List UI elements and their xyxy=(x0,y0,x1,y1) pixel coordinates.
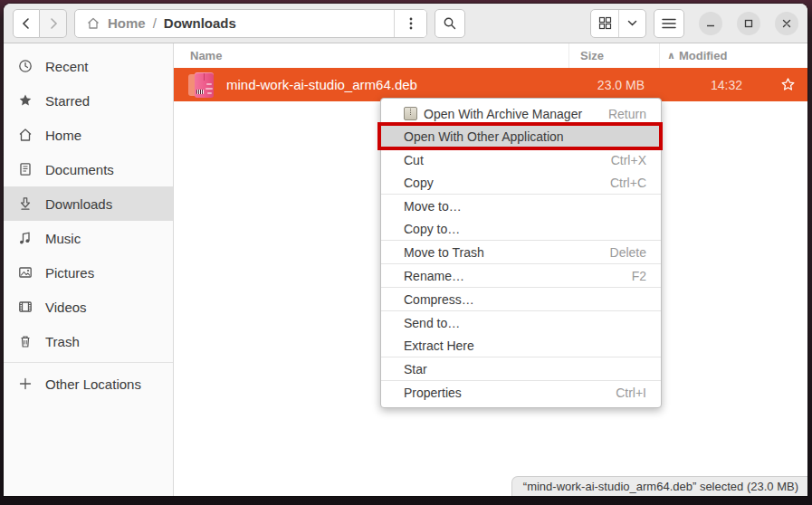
column-header-star xyxy=(768,43,807,68)
sidebar-item-pictures[interactable]: Pictures xyxy=(4,255,173,290)
menu-item-accel: Return xyxy=(608,107,646,121)
menu-item-label: Move to… xyxy=(404,199,646,214)
menu-item-copy[interactable]: Copy Ctrl+C xyxy=(381,171,661,194)
grid-view-button[interactable] xyxy=(591,10,618,37)
menu-item-label: Send to… xyxy=(404,316,646,330)
sidebar-item-other-locations[interactable]: Other Locations xyxy=(4,367,173,401)
menu-item-star[interactable]: Star xyxy=(381,357,661,380)
sidebar-item-label: Music xyxy=(45,231,81,246)
star-icon xyxy=(18,93,33,108)
sidebar-item-label: Trash xyxy=(45,334,80,349)
menu-item-move-to-trash[interactable]: Move to Trash Delete xyxy=(381,241,661,263)
sidebar-item-label: Recent xyxy=(45,59,89,74)
menu-item-label: Cut xyxy=(404,153,611,167)
sidebar-separator xyxy=(4,362,173,363)
plus-icon xyxy=(18,376,33,391)
menu-item-move-to[interactable]: Move to… xyxy=(381,195,661,217)
sidebar-item-trash[interactable]: Trash xyxy=(4,324,173,358)
column-header-row: Name Size ∧ Modified xyxy=(174,43,807,68)
star-outline-icon xyxy=(780,77,796,92)
menu-item-rename[interactable]: Rename… F2 xyxy=(381,264,661,287)
file-row-selected[interactable]: mind-work-ai-studio_arm64.deb 23.0 MB 14… xyxy=(174,68,807,101)
film-icon xyxy=(18,300,33,314)
menu-item-open-with-other-application[interactable]: Open With Other Application xyxy=(381,125,661,148)
sidebar-item-documents[interactable]: Documents xyxy=(4,152,173,186)
sidebar-item-label: Other Locations xyxy=(45,376,141,392)
sidebar-item-label: Home xyxy=(45,128,81,143)
menu-item-label: Move to Trash xyxy=(404,245,610,260)
menu-item-label: Star xyxy=(404,362,646,376)
back-button[interactable] xyxy=(13,9,40,38)
menu-item-label: Copy to… xyxy=(404,222,646,236)
document-icon xyxy=(18,162,33,176)
sidebar-item-downloads[interactable]: Downloads xyxy=(4,186,173,221)
chevron-right-icon xyxy=(47,17,60,30)
hamburger-icon xyxy=(662,18,676,29)
sidebar-item-label: Documents xyxy=(45,162,114,177)
trash-icon xyxy=(18,334,33,348)
close-icon xyxy=(781,18,792,29)
column-header-name[interactable]: Name xyxy=(174,49,568,62)
sidebar-item-label: Starred xyxy=(45,93,90,109)
sidebar-item-starred[interactable]: Starred xyxy=(4,83,173,118)
hamburger-menu-button[interactable] xyxy=(654,9,684,38)
sidebar-item-music[interactable]: Music xyxy=(4,221,173,255)
file-name-cell: mind-work-ai-studio_arm64.deb xyxy=(174,72,568,98)
home-icon xyxy=(18,128,33,142)
menu-item-label: Open With Other Application xyxy=(404,129,646,144)
menu-item-label: Compress… xyxy=(404,292,646,307)
search-button[interactable] xyxy=(435,9,465,38)
home-icon xyxy=(86,16,100,31)
file-name: mind-work-ai-studio_arm64.deb xyxy=(226,77,417,92)
menu-item-accel: Ctrl+C xyxy=(610,176,646,190)
menu-item-accel: Ctrl+I xyxy=(616,386,646,400)
path-menu-button[interactable] xyxy=(394,10,426,37)
menu-item-properties[interactable]: Properties Ctrl+I xyxy=(381,381,661,404)
menu-item-extract-here[interactable]: Extract Here xyxy=(381,334,661,357)
minimize-button[interactable] xyxy=(699,12,722,35)
column-header-modified-label: Modified xyxy=(679,49,727,62)
menu-item-accel: Delete xyxy=(610,245,646,260)
menu-item-cut[interactable]: Cut Ctrl+X xyxy=(381,148,661,171)
chevron-down-icon xyxy=(626,17,638,29)
sidebar-item-label: Downloads xyxy=(45,196,112,212)
download-icon xyxy=(18,196,33,211)
view-toggle-group xyxy=(590,9,646,38)
chevron-left-icon xyxy=(20,17,33,30)
sidebar-item-home[interactable]: Home xyxy=(4,118,173,152)
selection-status-bar: “mind-work-ai-studio_arm64.deb” selected… xyxy=(511,476,807,496)
column-header-size[interactable]: Size xyxy=(568,43,659,68)
deb-package-icon xyxy=(188,72,215,98)
view-options-button[interactable] xyxy=(618,10,645,37)
file-size: 23.0 MB xyxy=(568,78,659,92)
column-header-modified[interactable]: ∧ Modified xyxy=(659,43,768,68)
menu-item-copy-to[interactable]: Copy to… xyxy=(381,217,661,240)
star-toggle[interactable] xyxy=(768,77,807,92)
menu-item-label: Copy xyxy=(404,176,610,190)
breadcrumb-current[interactable]: Downloads xyxy=(164,15,236,31)
menu-item-compress[interactable]: Compress… xyxy=(381,288,661,310)
maximize-icon xyxy=(743,18,754,29)
close-button[interactable] xyxy=(775,12,798,35)
breadcrumb-root[interactable]: Home xyxy=(108,15,146,31)
sidebar-item-recent[interactable]: Recent xyxy=(4,49,173,83)
selection-status-text: “mind-work-ai-studio_arm64.deb” selected… xyxy=(523,480,798,493)
sidebar-item-label: Videos xyxy=(45,300,87,315)
forward-button[interactable] xyxy=(40,9,67,38)
grid-view-icon xyxy=(598,16,612,30)
sort-ascending-icon: ∧ xyxy=(667,50,675,62)
menu-item-label: Properties xyxy=(404,386,616,400)
nav-buttons xyxy=(13,9,67,38)
path-bar-group: Home / Downloads xyxy=(74,9,427,38)
menu-item-accel: Ctrl+X xyxy=(611,153,646,167)
kebab-icon xyxy=(409,16,413,31)
headerbar: Home / Downloads xyxy=(4,4,807,43)
menu-item-open-with-archive-manager[interactable]: Open With Archive Manager Return xyxy=(381,102,661,125)
menu-item-send-to[interactable]: Send to… xyxy=(381,311,661,334)
breadcrumb[interactable]: Home / Downloads xyxy=(75,10,394,37)
maximize-button[interactable] xyxy=(737,12,760,35)
clock-icon xyxy=(18,59,33,73)
menu-item-label: Rename… xyxy=(404,269,632,283)
music-note-icon xyxy=(18,231,33,245)
sidebar-item-videos[interactable]: Videos xyxy=(4,290,173,324)
